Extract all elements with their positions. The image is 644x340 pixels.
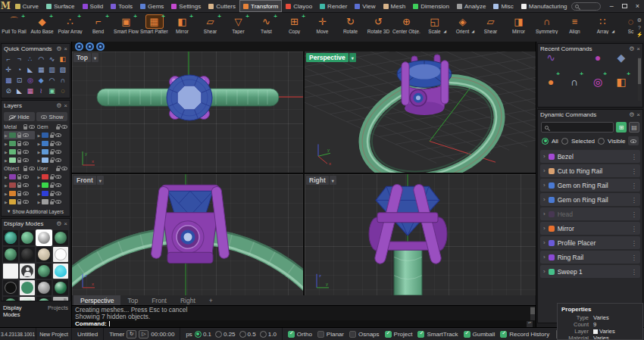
eye-icon[interactable] <box>61 167 67 170</box>
viewport-front[interactable]: z x Front ▾ <box>72 174 303 295</box>
close-button[interactable]: × <box>636 2 639 10</box>
quick-command-icon[interactable]: ≀ <box>36 86 46 95</box>
snap-radio-option[interactable]: 1.0 <box>260 331 277 338</box>
toolbar-button[interactable]: + ◨ Mirror ◢ <box>505 13 533 42</box>
kebab-menu-icon[interactable]: ⋮ <box>631 211 638 218</box>
menu-tab[interactable]: Surface <box>42 0 79 12</box>
sidebar-tab[interactable]: Display Modes <box>3 304 40 318</box>
quick-command-icon[interactable]: ▦ <box>25 86 36 95</box>
chevron-down-icon[interactable]: ▾ <box>330 176 336 185</box>
layer-color-swatch[interactable] <box>9 158 16 163</box>
display-mode-thumb[interactable] <box>36 247 52 262</box>
expand-chevron-icon[interactable]: › <box>543 196 546 203</box>
dynamic-command-row[interactable]: › Gem on Ring Rail ⋮ <box>540 193 640 206</box>
layer-color-swatch[interactable] <box>42 158 48 163</box>
viewport-tool-icon[interactable] <box>96 42 105 51</box>
expand-chevron-icon[interactable]: › <box>543 254 546 260</box>
toolbar-button[interactable]: + ◱ Scale ◢ <box>420 13 449 42</box>
layer-row[interactable]: ▶ <box>4 148 35 156</box>
gear-icon[interactable]: ⚙ <box>56 220 61 227</box>
add-favorite-icon[interactable]: + <box>189 13 193 20</box>
lock-icon[interactable] <box>50 135 54 138</box>
dropdown-corner-icon[interactable]: ◢ <box>443 29 446 33</box>
lock-icon[interactable] <box>17 160 21 163</box>
eye-icon[interactable] <box>29 125 35 129</box>
viewport-right[interactable]: z y Right ▾ <box>305 174 536 295</box>
dynamic-command-row[interactable]: › Bezel ⋮ <box>540 150 640 163</box>
lock-icon[interactable] <box>17 185 21 188</box>
close-icon[interactable]: × <box>64 102 67 109</box>
radio-selected[interactable] <box>561 138 568 145</box>
display-mode-thumb[interactable] <box>53 230 68 245</box>
lock-icon[interactable] <box>56 168 60 171</box>
lock-icon[interactable] <box>17 201 21 204</box>
kebab-menu-icon[interactable]: ⋮ <box>631 268 638 276</box>
quick-command-icon[interactable]: ∴ <box>25 55 36 64</box>
snap-radio-option[interactable]: 0.1 <box>195 331 211 338</box>
menu-tab[interactable]: Clayoo <box>282 0 316 12</box>
toolbar-button[interactable]: + ◆ Auto Base ◢ <box>28 13 56 42</box>
viewport-tab[interactable]: Front <box>145 295 174 305</box>
display-mode-thumb[interactable] <box>36 264 52 279</box>
toolbar-button[interactable]: + ≡ Align ◢ <box>561 13 589 42</box>
close-icon[interactable]: × <box>636 111 640 118</box>
search-input[interactable] <box>571 2 601 11</box>
expand-chevron-icon[interactable]: › <box>543 182 546 189</box>
display-mode-thumb[interactable] <box>3 297 18 301</box>
quick-command-icon[interactable]: ◧ <box>58 55 68 64</box>
pin-icon[interactable]: ⚡ <box>636 32 643 38</box>
close-icon[interactable]: × <box>64 45 67 52</box>
toolbar-button[interactable]: + ∷ Array ◢ <box>589 13 617 42</box>
quick-command-icon[interactable]: ◣ <box>14 86 24 95</box>
recent-command-icon[interactable]: ∿ <box>542 54 560 70</box>
new-project-button[interactable]: New Project <box>36 328 72 340</box>
eye-icon[interactable] <box>55 133 61 137</box>
quick-command-icon[interactable]: ◌ <box>58 86 68 95</box>
quick-command-icon[interactable]: ▣ <box>46 86 57 95</box>
hide-layers-button[interactable]: Hide <box>4 112 35 121</box>
kebab-menu-icon[interactable]: ⋮ <box>631 153 638 161</box>
menu-tab[interactable]: Cutters <box>205 0 239 12</box>
quick-command-icon[interactable]: ◎ <box>25 76 36 85</box>
toolbar-button[interactable]: + ◈ Orient ◢ <box>449 13 477 42</box>
add-favorite-icon[interactable]: + <box>105 13 109 20</box>
lock-icon[interactable] <box>50 193 54 196</box>
add-favorite-icon[interactable]: + <box>49 13 53 20</box>
mode-toggle[interactable]: Ortho <box>288 331 312 338</box>
gear-icon[interactable]: ⚙ <box>56 45 61 52</box>
quick-command-icon[interactable]: ◠ <box>46 76 57 85</box>
eye-icon[interactable] <box>23 183 29 187</box>
toolbar-button[interactable]: + ⊞ Copy ◢ <box>280 13 308 42</box>
radio-all[interactable] <box>542 138 549 145</box>
recent-command-icon[interactable]: ⌒ <box>565 54 583 70</box>
eye-icon[interactable] <box>23 133 29 137</box>
layer-color-swatch[interactable] <box>9 174 16 179</box>
help-icon[interactable]: ? <box>638 25 641 30</box>
recent-command-icon[interactable]: + ∩ <box>565 70 583 94</box>
viewport-tool-icon[interactable] <box>86 42 94 51</box>
kebab-menu-icon[interactable]: ⋮ <box>631 167 638 175</box>
quick-command-icon[interactable]: ◆ <box>36 76 46 85</box>
display-mode-thumb[interactable] <box>53 297 68 301</box>
menu-tab[interactable]: Mesh <box>380 0 410 12</box>
lock-icon[interactable] <box>23 126 27 129</box>
add-favorite-icon[interactable]: + <box>77 13 81 20</box>
timer-reset-button[interactable]: ↻ <box>127 330 136 338</box>
lock-icon[interactable] <box>50 185 54 188</box>
quick-command-icon[interactable]: ◔ <box>14 65 24 74</box>
add-favorite-icon[interactable]: + <box>302 13 305 20</box>
chevron-down-icon[interactable]: ▾ <box>92 53 98 62</box>
eye-icon[interactable] <box>55 183 61 187</box>
lock-icon[interactable] <box>50 143 54 146</box>
gear-icon[interactable]: ⚙ <box>629 45 634 52</box>
list-view-button[interactable]: ▤ <box>629 122 639 133</box>
quick-command-icon[interactable]: ✛ <box>3 65 14 74</box>
kebab-menu-icon[interactable]: ⋮ <box>631 254 638 261</box>
display-mode-thumb[interactable] <box>53 247 68 262</box>
eye-icon[interactable] <box>55 175 61 179</box>
viewport-perspective[interactable]: y x Perspective ▾ <box>305 51 536 173</box>
mode-toggle[interactable]: Osnaps <box>349 331 380 338</box>
kebab-menu-icon[interactable]: ⋮ <box>631 196 638 204</box>
layer-color-swatch[interactable] <box>42 141 48 146</box>
snap-radio-option[interactable]: 0.5 <box>239 331 256 338</box>
